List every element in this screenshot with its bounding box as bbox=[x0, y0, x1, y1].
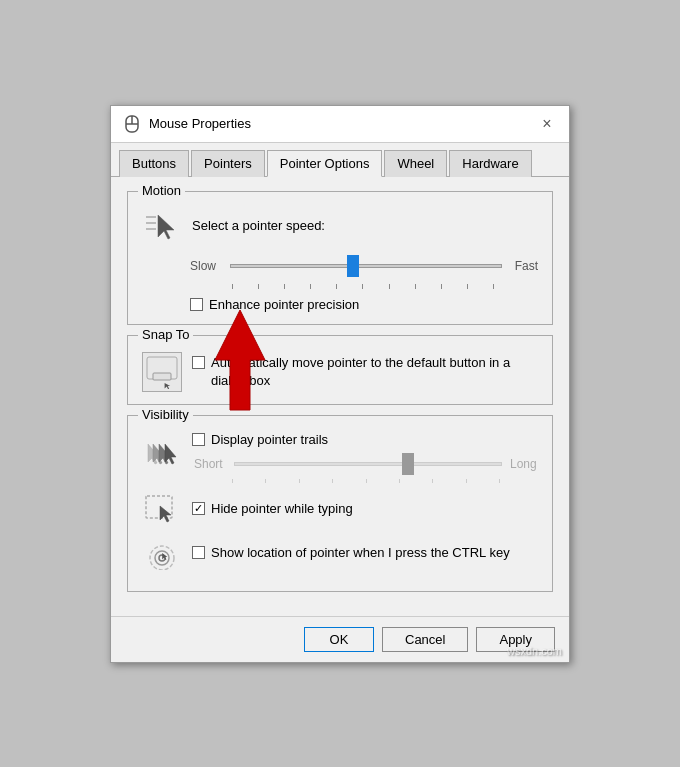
hide-typing-checkbox-row: Hide pointer while typing bbox=[192, 501, 353, 516]
motion-section-title: Motion bbox=[138, 183, 185, 198]
visibility-content: Display pointer trails Short L bbox=[142, 432, 538, 571]
hide-typing-row: Hide pointer while typing bbox=[142, 491, 538, 527]
pointer-speed-icon bbox=[142, 208, 182, 244]
svg-rect-9 bbox=[153, 373, 171, 380]
svg-point-18 bbox=[155, 551, 169, 565]
speed-slider-row: Slow Fast bbox=[190, 252, 538, 280]
speed-tick-marks bbox=[232, 284, 494, 289]
short-label: Short bbox=[194, 457, 226, 471]
mouse-icon bbox=[123, 114, 141, 134]
title-bar: Mouse Properties × bbox=[111, 106, 569, 143]
snap-to-section: Snap To bbox=[127, 335, 553, 405]
slow-label: Slow bbox=[190, 259, 222, 273]
svg-marker-0 bbox=[215, 310, 265, 410]
svg-marker-7 bbox=[158, 215, 174, 239]
hide-typing-label: Hide pointer while typing bbox=[211, 501, 353, 516]
speed-slider-thumb[interactable] bbox=[347, 255, 359, 277]
fast-label: Fast bbox=[510, 259, 538, 273]
motion-section: Motion Select a po bbox=[127, 191, 553, 325]
tab-content: Motion Select a po bbox=[111, 177, 569, 616]
snap-icon bbox=[142, 352, 182, 392]
ok-button[interactable]: OK bbox=[304, 627, 374, 652]
pointer-trails-icon bbox=[142, 439, 182, 475]
speed-label: Select a pointer speed: bbox=[192, 218, 325, 233]
svg-marker-16 bbox=[160, 506, 171, 522]
pointer-trails-label: Display pointer trails bbox=[211, 432, 328, 447]
hide-typing-checkbox[interactable] bbox=[192, 502, 205, 515]
red-arrow-annotation bbox=[200, 300, 280, 423]
tabs-bar: Buttons Pointers Pointer Options Wheel H… bbox=[111, 143, 569, 177]
show-ctrl-checkbox[interactable] bbox=[192, 546, 205, 559]
pointer-trails-checkbox[interactable] bbox=[192, 433, 205, 446]
mouse-properties-window: Mouse Properties × Buttons Pointers Poin… bbox=[110, 105, 570, 663]
tab-buttons[interactable]: Buttons bbox=[119, 150, 189, 177]
speed-slider[interactable] bbox=[230, 252, 502, 280]
speed-slider-track bbox=[230, 264, 502, 268]
tab-wheel[interactable]: Wheel bbox=[384, 150, 447, 177]
bottom-bar: OK Cancel Apply bbox=[111, 616, 569, 662]
snap-to-section-title: Snap To bbox=[138, 327, 193, 342]
tab-pointers[interactable]: Pointers bbox=[191, 150, 265, 177]
hide-typing-icon bbox=[142, 491, 182, 527]
window-title: Mouse Properties bbox=[149, 116, 251, 131]
trails-slider bbox=[234, 451, 502, 477]
close-button[interactable]: × bbox=[537, 114, 557, 134]
trails-controls: Display pointer trails Short L bbox=[192, 432, 538, 483]
long-label: Long bbox=[510, 457, 538, 471]
svg-point-17 bbox=[150, 546, 174, 570]
trails-tick-marks bbox=[232, 479, 500, 483]
title-bar-left: Mouse Properties bbox=[123, 114, 251, 134]
trails-slider-track bbox=[234, 462, 502, 466]
visibility-section: Visibility bbox=[127, 415, 553, 592]
speed-row: Select a pointer speed: bbox=[142, 208, 538, 244]
show-ctrl-label: Show location of pointer when I press th… bbox=[211, 545, 510, 560]
trails-checkbox-row: Display pointer trails bbox=[192, 432, 538, 447]
trails-slider-thumb bbox=[402, 453, 414, 475]
cancel-button[interactable]: Cancel bbox=[382, 627, 468, 652]
motion-content: Select a pointer speed: Slow Fast bbox=[142, 208, 538, 312]
show-ctrl-checkbox-row: Show location of pointer when I press th… bbox=[192, 545, 510, 560]
show-ctrl-row: Show location of pointer when I press th… bbox=[142, 535, 538, 571]
watermark: wsxdn.com bbox=[507, 645, 562, 657]
show-ctrl-icon bbox=[142, 535, 182, 571]
pointer-trails-row: Display pointer trails Short L bbox=[142, 432, 538, 483]
trails-slider-row: Short Long bbox=[194, 451, 538, 477]
tab-pointer-options[interactable]: Pointer Options bbox=[267, 150, 383, 177]
svg-marker-10 bbox=[165, 383, 171, 389]
tab-hardware[interactable]: Hardware bbox=[449, 150, 531, 177]
visibility-section-title: Visibility bbox=[138, 407, 193, 422]
